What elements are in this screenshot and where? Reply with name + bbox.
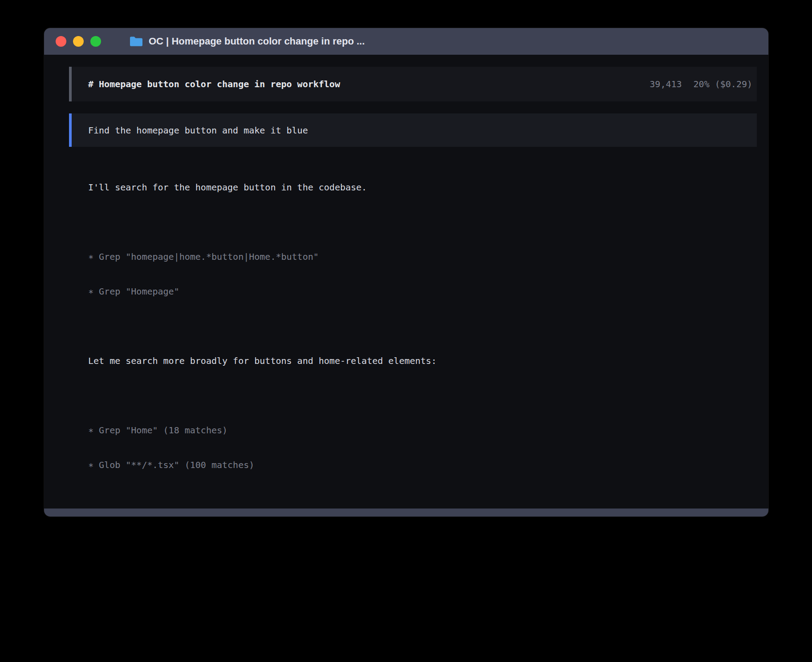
titlebar-title-group: OC | Homepage button color change in rep…: [129, 36, 365, 47]
session-title: # Homepage button color change in repo w…: [88, 79, 340, 89]
terminal-content: # Homepage button color change in repo w…: [44, 55, 768, 509]
session-header: # Homepage button color change in repo w…: [69, 67, 757, 101]
assistant-message: I found several "Home" links. Let me loo…: [88, 505, 627, 509]
tool-call-group: ∗ Grep "homepage|home.*button|Home.*butt…: [88, 228, 627, 320]
tool-call-line: ∗ Glob "**/*.tsx" (100 matches): [88, 459, 627, 471]
minimize-window-button[interactable]: [73, 36, 84, 47]
user-message-text: Find the homepage button and make it blu…: [88, 125, 308, 136]
assistant-message: Let me search more broadly for buttons a…: [88, 332, 627, 390]
window-title: OC | Homepage button color change in rep…: [149, 36, 365, 47]
tool-call-line: ∗ Grep "Home" (18 matches): [88, 424, 627, 436]
window-titlebar[interactable]: OC | Homepage button color change in rep…: [44, 28, 768, 55]
token-count: 39,413: [650, 79, 682, 89]
traffic-lights: [56, 36, 101, 47]
session-stats: 39,41320% ($0.29): [650, 79, 752, 89]
tool-call-group: ∗ Grep "Home" (18 matches) ∗ Glob "**/*.…: [88, 401, 627, 494]
assistant-message: I'll search for the homepage button in t…: [88, 158, 627, 216]
zoom-window-button[interactable]: [90, 36, 101, 47]
close-window-button[interactable]: [56, 36, 66, 47]
tool-call-line: ∗ Grep "Homepage": [88, 286, 627, 297]
context-usage: 20% ($0.29): [694, 79, 752, 89]
folder-icon: [129, 36, 142, 47]
user-message: Find the homepage button and make it blu…: [69, 113, 757, 147]
conversation-transcript: I'll search for the homepage button in t…: [88, 158, 757, 509]
terminal-window: OC | Homepage button color change in rep…: [44, 28, 768, 517]
tool-call-line: ∗ Grep "homepage|home.*button|Home.*butt…: [88, 251, 627, 262]
